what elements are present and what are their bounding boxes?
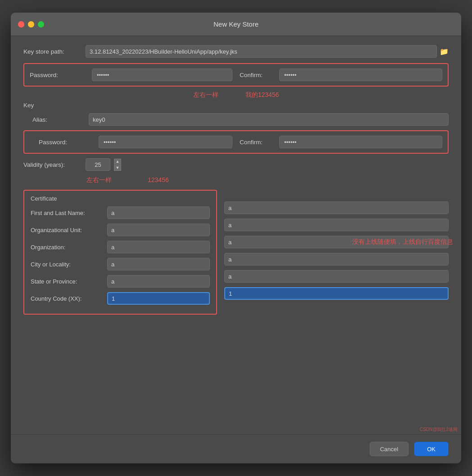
key-password-annotation: 左右一样 123456 <box>23 176 449 184</box>
cert-input-city-right[interactable] <box>224 253 449 265</box>
ok-button[interactable]: OK <box>414 442 449 456</box>
key-password-label: Password: <box>30 139 95 146</box>
alias-row: Alias: <box>23 113 449 126</box>
cert-input-org-unit[interactable] <box>107 224 210 236</box>
cert-input-country-right[interactable] <box>224 287 449 300</box>
spinner-controls: ▲ ▼ <box>114 159 121 171</box>
dialog-title: New Key Store <box>213 20 259 28</box>
store-pw-group: Password: <box>30 69 232 81</box>
key-password-input[interactable] <box>99 136 232 148</box>
cert-label-0: First and Last Name: <box>31 210 107 216</box>
key-store-path-input[interactable] <box>86 45 437 58</box>
certificate-title: Certificate <box>31 195 210 202</box>
key-confirm-input[interactable] <box>279 136 442 148</box>
key-confirm-group: Confirm: <box>240 136 442 148</box>
title-bar: New Key Store <box>11 13 461 36</box>
spinner-up-button[interactable]: ▲ <box>114 159 121 165</box>
folder-icon[interactable]: 📁 <box>440 47 449 56</box>
store-password-input[interactable] <box>92 69 232 81</box>
cert-input-country-code[interactable] <box>107 292 210 305</box>
cert-input-org[interactable] <box>107 241 210 253</box>
path-label: Key store path: <box>23 48 82 55</box>
store-confirm-input[interactable] <box>279 69 442 81</box>
key-section-title: Key <box>23 102 449 109</box>
store-annotation-left: 左右一样 <box>193 91 218 99</box>
store-annotation-right: 我的123456 <box>245 91 279 99</box>
path-input-wrap: 📁 <box>86 45 449 58</box>
new-key-store-dialog: New Key Store Key store path: 📁 Password… <box>11 13 461 463</box>
cert-input-city[interactable] <box>107 258 210 270</box>
cert-row-0: First and Last Name: <box>31 206 210 219</box>
cert-input-state-right[interactable] <box>224 270 449 283</box>
cert-label-5: Country Code (XX): <box>31 295 107 302</box>
cert-row-1: Organizational Unit: <box>31 224 210 236</box>
cert-row-5: Country Code (XX): <box>31 292 210 305</box>
close-button[interactable] <box>18 21 24 27</box>
validity-input[interactable] <box>86 158 110 171</box>
minimize-button[interactable] <box>28 21 34 27</box>
cert-input-state[interactable] <box>107 275 210 288</box>
path-row: Key store path: 📁 <box>23 45 449 58</box>
cert-label-2: Organization: <box>31 244 107 251</box>
key-annotation-right: 123456 <box>148 176 169 184</box>
cert-label-1: Organizational Unit: <box>31 227 107 233</box>
certificate-section: Certificate First and Last Name: Organiz… <box>23 190 217 315</box>
cert-row-3: City or Locality: <box>31 258 210 270</box>
cert-annotation: 没有上线随便填，上线自行百度信息 <box>352 238 453 246</box>
key-pw-row: Password: Confirm: <box>30 136 442 148</box>
store-password-annotation: 左右一样 我的123456 <box>23 91 449 99</box>
maximize-button[interactable] <box>38 21 44 27</box>
key-annotation-left: 左右一样 <box>86 176 112 184</box>
validity-label: Validity (years): <box>23 161 82 168</box>
key-password-section: Password: Confirm: <box>23 130 449 154</box>
store-confirm-label: Confirm: <box>240 72 276 78</box>
cert-right-fields: 没有上线随便填，上线自行百度信息 <box>224 187 449 304</box>
cert-area: Certificate First and Last Name: Organiz… <box>23 187 449 319</box>
cert-input-first-last-name[interactable] <box>107 206 210 219</box>
key-confirm-label: Confirm: <box>240 139 276 146</box>
cert-row-2: Organization: <box>31 241 210 253</box>
key-pw-group: Password: <box>30 136 232 148</box>
cancel-button[interactable]: Cancel <box>370 442 408 456</box>
cert-label-3: City or Locality: <box>31 261 107 268</box>
validity-row: Validity (years): ▲ ▼ <box>23 158 449 171</box>
watermark: CSDN@我扛2逃网 <box>420 426 458 433</box>
spinner-down-button[interactable]: ▼ <box>114 165 121 171</box>
window-controls <box>18 21 44 27</box>
store-pw-row: Password: Confirm: <box>30 69 442 81</box>
store-confirm-group: Confirm: <box>240 69 442 81</box>
cert-row-4: State or Province: <box>31 275 210 288</box>
alias-input[interactable] <box>89 113 449 126</box>
cert-input-org-unit-right[interactable] <box>224 219 449 231</box>
dialog-body: Key store path: 📁 Password: Confirm: 左 <box>11 36 461 328</box>
alias-label: Alias: <box>23 116 89 123</box>
dialog-footer: Cancel OK <box>11 434 461 463</box>
store-password-section: Password: Confirm: <box>23 63 449 87</box>
cert-input-first-last-name-right[interactable] <box>224 201 449 214</box>
store-password-label: Password: <box>30 72 88 78</box>
cert-label-4: State or Province: <box>31 278 107 285</box>
